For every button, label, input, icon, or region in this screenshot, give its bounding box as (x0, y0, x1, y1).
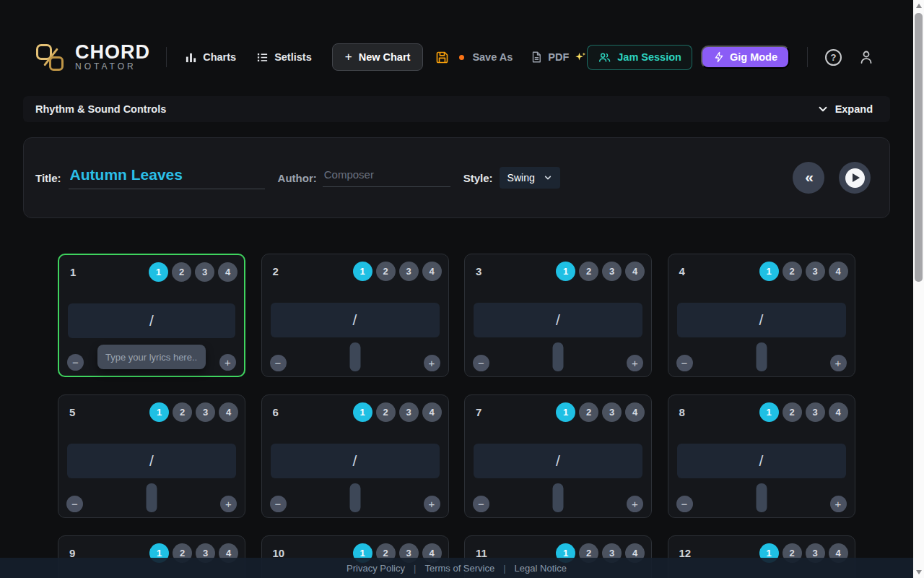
beat-button-4[interactable]: 4 (625, 402, 645, 422)
measure-number: 7 (476, 406, 481, 418)
beat-button-1[interactable]: 1 (353, 402, 372, 422)
beat-button-3[interactable]: 3 (196, 402, 215, 422)
terms-of-service-link[interactable]: Terms of Service (424, 563, 494, 574)
save-icon[interactable] (435, 50, 450, 65)
beat-button-3[interactable]: 3 (602, 262, 622, 281)
measure-card[interactable]: 6 1234 / − + (261, 394, 449, 518)
jam-session-button[interactable]: Jam Session (587, 45, 692, 70)
chord-slot[interactable]: / (474, 303, 642, 337)
bar-chart-icon (185, 51, 197, 64)
beat-button-3[interactable]: 3 (195, 262, 214, 282)
remove-measure-button[interactable]: − (473, 355, 489, 371)
nav-charts[interactable]: Charts (185, 51, 236, 64)
chord-slot[interactable]: / (67, 444, 236, 478)
add-measure-button[interactable]: + (830, 355, 847, 371)
beat-button-2[interactable]: 2 (172, 262, 191, 282)
beat-button-4[interactable]: 4 (218, 262, 237, 282)
remove-measure-button[interactable]: − (270, 496, 287, 512)
add-measure-button[interactable]: + (627, 496, 643, 512)
measure-card[interactable]: 2 1234 / − + (261, 254, 449, 377)
play-button[interactable] (839, 162, 871, 194)
beat-button-4[interactable]: 4 (219, 402, 238, 422)
remove-measure-button[interactable]: − (676, 355, 693, 371)
new-chart-button[interactable]: + New Chart (332, 43, 424, 71)
rhythm-controls-title: Rhythm & Sound Controls (35, 103, 166, 115)
save-as-button[interactable]: Save As (472, 51, 513, 63)
beat-button-1[interactable]: 1 (353, 262, 372, 281)
chord-slot[interactable]: / (677, 303, 846, 337)
beat-button-1[interactable]: 1 (759, 402, 779, 422)
beat-button-3[interactable]: 3 (806, 262, 825, 281)
chord-slot[interactable]: / (271, 444, 440, 478)
beat-button-2[interactable]: 2 (579, 402, 598, 422)
measure-card[interactable]: 8 1234 / − + (668, 394, 855, 518)
measure-card[interactable]: 3 1234 / − + (464, 254, 652, 377)
beat-button-1[interactable]: 1 (556, 402, 575, 422)
style-select[interactable]: Swing (500, 167, 560, 189)
beat-button-4[interactable]: 4 (422, 402, 442, 422)
song-title-input[interactable] (69, 166, 265, 189)
remove-measure-button[interactable]: − (473, 496, 489, 512)
lyrics-input[interactable] (97, 345, 206, 369)
beat-button-2[interactable]: 2 (579, 262, 598, 281)
beat-button-3[interactable]: 3 (399, 262, 419, 281)
pdf-export-button[interactable]: PDF (530, 51, 587, 64)
measure-card[interactable]: 1 1234 / − + (58, 254, 245, 377)
author-input[interactable] (323, 168, 450, 187)
beat-button-4[interactable]: 4 (829, 402, 848, 422)
lyrics-handle[interactable] (756, 342, 767, 371)
beat-button-2[interactable]: 2 (376, 402, 396, 422)
lyrics-handle[interactable] (349, 342, 360, 371)
nav-setlists[interactable]: Setlists (256, 51, 312, 64)
beat-button-4[interactable]: 4 (422, 262, 442, 281)
add-measure-button[interactable]: + (424, 355, 440, 371)
remove-measure-button[interactable]: − (66, 496, 83, 512)
legal-notice-link[interactable]: Legal Notice (515, 563, 567, 574)
remove-measure-button[interactable]: − (67, 354, 84, 371)
scroll-up-arrow[interactable] (913, 1, 924, 11)
beat-button-1[interactable]: 1 (556, 262, 575, 281)
beat-button-1[interactable]: 1 (149, 402, 169, 422)
measure-card[interactable]: 4 1234 / − + (668, 254, 855, 377)
lyrics-handle[interactable] (553, 483, 564, 512)
chord-display: / (556, 452, 560, 470)
beat-button-2[interactable]: 2 (783, 402, 802, 422)
beat-button-2[interactable]: 2 (173, 402, 192, 422)
gig-mode-button[interactable]: Gig Mode (701, 46, 790, 69)
beat-buttons: 1234 (759, 402, 848, 422)
account-button[interactable] (858, 48, 875, 66)
add-measure-button[interactable]: + (627, 355, 643, 371)
measure-card[interactable]: 5 1234 / − + (58, 394, 245, 518)
beat-button-3[interactable]: 3 (399, 402, 419, 422)
beat-button-1[interactable]: 1 (149, 262, 168, 282)
lyrics-handle[interactable] (756, 483, 767, 512)
remove-measure-button[interactable]: − (676, 496, 693, 512)
add-measure-button[interactable]: + (830, 496, 847, 512)
chord-slot[interactable]: / (474, 444, 642, 478)
rewind-button[interactable]: « (793, 162, 824, 194)
scrollbar-thumb[interactable] (915, 13, 923, 282)
beat-button-3[interactable]: 3 (602, 402, 622, 422)
remove-measure-button[interactable]: − (270, 355, 287, 371)
measure-card[interactable]: 7 1234 / − + (464, 394, 652, 518)
beat-button-2[interactable]: 2 (783, 262, 802, 281)
chord-slot[interactable]: / (677, 444, 846, 478)
chord-slot[interactable]: / (271, 303, 440, 337)
lyrics-handle[interactable] (349, 483, 360, 512)
help-button[interactable]: ? (825, 49, 842, 66)
privacy-policy-link[interactable]: Privacy Policy (346, 563, 405, 574)
lyrics-handle[interactable] (147, 483, 157, 512)
beat-button-4[interactable]: 4 (829, 262, 848, 281)
beat-button-2[interactable]: 2 (376, 262, 396, 281)
beat-button-4[interactable]: 4 (625, 262, 645, 281)
beat-button-1[interactable]: 1 (759, 262, 779, 281)
beat-button-3[interactable]: 3 (806, 402, 825, 422)
add-measure-button[interactable]: + (220, 496, 237, 512)
vertical-scrollbar[interactable] (913, 0, 924, 578)
scroll-down-arrow[interactable] (913, 567, 924, 577)
add-measure-button[interactable]: + (219, 354, 236, 371)
expand-toggle[interactable]: Expand (817, 103, 873, 115)
chord-slot[interactable]: / (68, 303, 235, 338)
lyrics-handle[interactable] (553, 342, 564, 371)
add-measure-button[interactable]: + (424, 496, 440, 512)
